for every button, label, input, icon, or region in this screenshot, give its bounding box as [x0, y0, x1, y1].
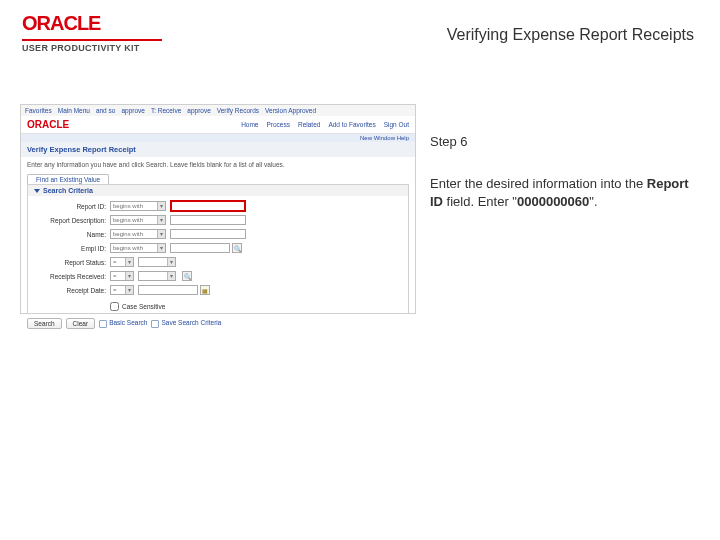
nav-related[interactable]: Related	[298, 121, 320, 128]
calendar-icon[interactable]: ▦	[200, 285, 210, 295]
criteria-label: Receipt Date:	[34, 287, 110, 294]
operator-select[interactable]: begins with▾	[110, 229, 166, 239]
chevron-down-icon: ▾	[157, 202, 165, 210]
chevron-down-icon: ▾	[125, 258, 133, 266]
chevron-down-icon: ▾	[167, 272, 175, 280]
criteria-row-empl-id: Empl ID: begins with▾ 🔍	[34, 242, 402, 254]
crumb[interactable]: Main Menu	[58, 107, 90, 114]
operator-value: begins with	[113, 217, 143, 223]
basic-search-link[interactable]: Basic Search	[99, 319, 147, 327]
collapse-icon	[34, 189, 40, 193]
app-logo: ORACLE	[27, 119, 69, 130]
link-icon	[151, 320, 159, 328]
instruction-mid: field. Enter "	[443, 194, 517, 209]
criteria-label: Empl ID:	[34, 245, 110, 252]
report-description-input[interactable]	[170, 215, 246, 225]
name-input[interactable]	[170, 229, 246, 239]
criteria-row-report-status: Report Status: =▾ ▾	[34, 256, 402, 268]
page-title: Verifying Expense Report Receipts	[447, 26, 694, 44]
instruction-panel: Step 6 Enter the desired information int…	[430, 134, 700, 210]
operator-select[interactable]: =▾	[110, 257, 134, 267]
nav-process[interactable]: Process	[266, 121, 289, 128]
criteria-label: Report ID:	[34, 203, 110, 210]
operator-select[interactable]: begins with▾	[110, 215, 166, 225]
brand-block: ORACLE USER PRODUCTIVITY KIT	[22, 12, 162, 53]
link-icon	[99, 320, 107, 328]
case-sensitive-row: Case Sensitive	[28, 302, 408, 313]
step-label: Step 6	[430, 134, 700, 149]
report-status-select[interactable]: ▾	[138, 257, 176, 267]
chevron-down-icon: ▾	[157, 230, 165, 238]
case-sensitive-label: Case Sensitive	[122, 303, 165, 310]
breadcrumb-bar: Favorites Main Menu and so approve T: Re…	[21, 105, 415, 116]
criteria-row-name: Name: begins with▾	[34, 228, 402, 240]
chevron-down-icon: ▾	[157, 244, 165, 252]
brand-divider	[22, 39, 162, 41]
operator-select[interactable]: begins with▾	[110, 201, 166, 211]
crumb[interactable]: Favorites	[25, 107, 52, 114]
chevron-down-icon: ▾	[167, 258, 175, 266]
app-utility-bar[interactable]: New Window Help	[21, 134, 415, 142]
nav-signout[interactable]: Sign Out	[384, 121, 409, 128]
crumb[interactable]: approve	[121, 107, 145, 114]
criteria-row-receipts-received: Receipts Received: =▾ ▾ 🔍	[34, 270, 402, 282]
tab-strip: Find an Existing Value	[27, 174, 409, 184]
case-sensitive-checkbox[interactable]	[110, 302, 119, 311]
criteria-block: Report ID: begins with▾ Report Descripti…	[28, 196, 408, 302]
tab-find-existing[interactable]: Find an Existing Value	[27, 174, 109, 184]
search-panel: Search Criteria Report ID: begins with▾ …	[27, 184, 409, 314]
report-id-input[interactable]	[170, 200, 246, 212]
app-banner: ORACLE Home Process Related Add to Favor…	[21, 116, 415, 134]
criteria-row-report-id: Report ID: begins with▾	[34, 200, 402, 212]
action-bar: Search Clear Basic Search Save Search Cr…	[27, 318, 409, 329]
instruction-lead: Enter the desired information into the	[430, 176, 647, 191]
crumb[interactable]: Verify Records	[217, 107, 259, 114]
nav-add-favorites[interactable]: Add to Favorites	[328, 121, 375, 128]
chevron-down-icon: ▾	[157, 216, 165, 224]
empl-id-input[interactable]	[170, 243, 230, 253]
criteria-label: Report Description:	[34, 217, 110, 224]
search-button[interactable]: Search	[27, 318, 62, 329]
chevron-down-icon: ▾	[125, 272, 133, 280]
criteria-label: Report Status:	[34, 259, 110, 266]
operator-value: =	[113, 259, 117, 265]
operator-value: =	[113, 287, 117, 293]
receipt-date-input[interactable]	[138, 285, 198, 295]
section-note: Enter any information you have and click…	[21, 157, 415, 172]
criteria-label: Name:	[34, 231, 110, 238]
chevron-down-icon: ▾	[125, 286, 133, 294]
criteria-label: Receipts Received:	[34, 273, 110, 280]
basic-search-label: Basic Search	[109, 319, 147, 326]
lookup-icon[interactable]: 🔍	[232, 243, 242, 253]
instruction-text: Enter the desired information into the R…	[430, 175, 700, 210]
crumb[interactable]: Version Approved	[265, 107, 316, 114]
operator-value: begins with	[113, 231, 143, 237]
operator-value: begins with	[113, 245, 143, 251]
brand-name: ORACLE	[22, 12, 162, 35]
lookup-icon[interactable]: 🔍	[182, 271, 192, 281]
search-header[interactable]: Search Criteria	[28, 185, 408, 196]
app-nav: Home Process Related Add to Favorites Si…	[241, 121, 409, 128]
operator-select[interactable]: =▾	[110, 285, 134, 295]
criteria-row-receipt-date: Receipt Date: =▾ ▦	[34, 284, 402, 296]
operator-value: begins with	[113, 203, 143, 209]
instruction-value: 0000000060	[517, 194, 589, 209]
crumb[interactable]: T: Receive	[151, 107, 181, 114]
brand-subtitle: USER PRODUCTIVITY KIT	[22, 43, 162, 53]
operator-value: =	[113, 273, 117, 279]
instruction-tail: ".	[589, 194, 597, 209]
application-frame: Favorites Main Menu and so approve T: Re…	[20, 104, 416, 314]
save-search-label: Save Search Criteria	[161, 319, 221, 326]
operator-select[interactable]: =▾	[110, 271, 134, 281]
criteria-row-report-description: Report Description: begins with▾	[34, 214, 402, 226]
nav-home[interactable]: Home	[241, 121, 258, 128]
clear-button[interactable]: Clear	[66, 318, 96, 329]
crumb[interactable]: and so	[96, 107, 116, 114]
section-title: Verify Expense Report Receipt	[21, 142, 415, 157]
operator-select[interactable]: begins with▾	[110, 243, 166, 253]
crumb[interactable]: approve	[187, 107, 211, 114]
save-search-link[interactable]: Save Search Criteria	[151, 319, 221, 327]
receipts-received-select[interactable]: ▾	[138, 271, 176, 281]
search-header-label: Search Criteria	[43, 187, 93, 194]
